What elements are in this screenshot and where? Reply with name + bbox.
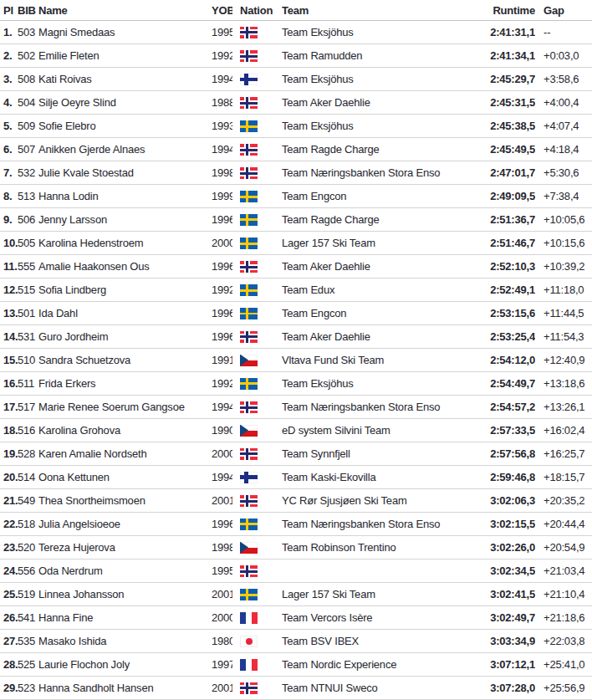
yob-cell: 1997 — [212, 658, 232, 671]
nation-cell — [232, 425, 282, 437]
name-cell: Ida Dahl — [38, 307, 212, 319]
table-row: 25. 519 Linnea Johansson 2001 Lager 157 … — [0, 583, 592, 606]
gap-cell: +18:15,7 — [535, 471, 592, 483]
place-cell: 20. — [3, 471, 18, 483]
table-row: 29. 523 Hanna Sandholt Hansen 2001 Team … — [0, 677, 592, 700]
team-cell: Team Engcon — [282, 307, 489, 319]
runtime-cell: 3:02:15,5 — [489, 518, 535, 530]
name-cell: Julia Angelsioeoe — [38, 518, 212, 530]
name-cell: Kati Roivas — [38, 73, 212, 85]
nor-flag-icon — [240, 682, 258, 694]
yob-cell: 1996 — [212, 330, 232, 343]
table-row: 2. 502 Emilie Fleten 1992 Team Ramudden … — [0, 44, 592, 68]
nation-cell — [232, 238, 282, 249]
nor-flag-icon — [240, 97, 258, 109]
gap-cell: +20:54,9 — [535, 541, 592, 554]
table-row: 23. 520 Tereza Hujerova 1998 Team Robins… — [0, 536, 592, 559]
table-row: 8. 513 Hanna Lodin 1999 Team Engcon 2:49… — [0, 185, 592, 208]
gap-cell: +5:30,6 — [535, 166, 592, 179]
name-cell: Laurie Flochon Joly — [38, 658, 212, 671]
name-cell: Sandra Schuetzova — [38, 354, 212, 366]
gap-cell: +10:39,2 — [535, 260, 592, 273]
column-header-place: Pl — [3, 4, 18, 17]
name-cell: Amalie Haakonsen Ous — [38, 260, 212, 273]
nor-flag-icon — [240, 565, 258, 577]
table-row: 27. 535 Masako Ishida 1980 Team BSV IBEX… — [0, 630, 592, 653]
yob-cell: 1996 — [212, 260, 232, 273]
nation-cell — [232, 565, 282, 577]
bib-cell: 541 — [18, 611, 38, 624]
table-row: 19. 528 Karen Amalie Nordseth 2000 Team … — [0, 442, 592, 466]
gap-cell: +22:03,8 — [535, 635, 592, 647]
runtime-cell: 2:45:29,7 — [489, 73, 535, 85]
yob-cell: 2000 — [212, 237, 232, 249]
jpn-flag-icon — [240, 636, 258, 647]
place-cell: 7. — [3, 166, 18, 179]
table-row: 6. 507 Anikken Gjerde Alnaes 1994 Team R… — [0, 138, 592, 161]
nor-flag-icon — [240, 167, 258, 179]
nation-cell — [232, 519, 282, 530]
gap-cell: +4:07,4 — [535, 120, 592, 132]
bib-cell: 516 — [18, 424, 38, 437]
runtime-cell: 3:02:26,0 — [489, 541, 535, 554]
yob-cell: 1996 — [212, 213, 232, 226]
nation-cell — [232, 331, 282, 343]
gap-cell: +3:58,6 — [535, 73, 592, 85]
swe-flag-icon — [240, 519, 258, 530]
team-cell: Team Aker Daehlie — [282, 260, 489, 273]
runtime-cell: 2:54:12,0 — [489, 354, 535, 366]
yob-cell: 1993 — [212, 120, 232, 132]
nor-flag-icon — [240, 495, 258, 507]
name-cell: Karolina Hedenstroem — [38, 237, 212, 249]
yob-cell: 2000 — [212, 447, 232, 460]
nation-cell — [232, 97, 282, 109]
name-cell: Hanna Fine — [38, 611, 212, 624]
nation-cell — [232, 120, 282, 132]
team-cell: Team Ragde Charge — [282, 143, 489, 156]
nation-cell — [232, 261, 282, 273]
bib-cell: 555 — [18, 260, 38, 273]
place-cell: 1. — [3, 26, 18, 38]
team-cell: Team NTNUI Sweco — [282, 682, 489, 694]
nation-cell — [232, 167, 282, 179]
place-cell: 29. — [3, 682, 18, 694]
runtime-cell: 2:52:10,3 — [489, 260, 535, 273]
nor-flag-icon — [240, 448, 258, 460]
name-cell: Oda Nerdrum — [38, 565, 212, 577]
place-cell: 13. — [3, 307, 18, 319]
place-cell: 18. — [3, 424, 18, 437]
place-cell: 5. — [3, 120, 18, 132]
team-cell: Team Næringsbanken Stora Enso — [282, 166, 489, 179]
fin-flag-icon — [240, 74, 258, 85]
gap-cell: +11:18,0 — [535, 284, 592, 296]
bib-cell: 511 — [18, 377, 38, 390]
gap-cell: +12:40,9 — [535, 354, 592, 366]
runtime-cell: 3:03:34,9 — [489, 635, 535, 647]
race-results-table: Pl BIB Name YOB Nation Team Runtime Gap … — [0, 0, 592, 700]
name-cell: Oona Kettunen — [38, 471, 212, 483]
place-cell: 3. — [3, 73, 18, 85]
swe-flag-icon — [240, 214, 258, 226]
bib-cell: 502 — [18, 49, 38, 62]
name-cell: Tereza Hujerova — [38, 541, 212, 554]
gap-cell: +13:18,6 — [535, 377, 592, 390]
bib-cell: 515 — [18, 284, 38, 296]
place-cell: 8. — [3, 190, 18, 202]
nor-flag-icon — [240, 27, 258, 38]
gap-cell: +10:05,6 — [535, 213, 592, 226]
place-cell: 19. — [3, 447, 18, 460]
name-cell: Thea Snortheimsmoen — [38, 494, 212, 507]
swe-flag-icon — [240, 589, 258, 600]
runtime-cell: 2:54:57,2 — [489, 401, 535, 413]
column-header-team: Team — [282, 4, 489, 17]
table-row: 15. 510 Sandra Schuetzova 1991 Vltava Fu… — [0, 349, 592, 372]
name-cell: Linnea Johansson — [38, 588, 212, 600]
yob-cell: 2001 — [212, 588, 232, 600]
swe-flag-icon — [240, 238, 258, 249]
name-cell: Anikken Gjerde Alnaes — [38, 143, 212, 156]
place-cell: 22. — [3, 518, 18, 530]
runtime-cell: 3:02:06,3 — [489, 494, 535, 507]
runtime-cell: 2:47:01,7 — [489, 166, 535, 179]
gap-cell: +11:44,5 — [535, 307, 592, 319]
nation-cell — [232, 472, 282, 483]
